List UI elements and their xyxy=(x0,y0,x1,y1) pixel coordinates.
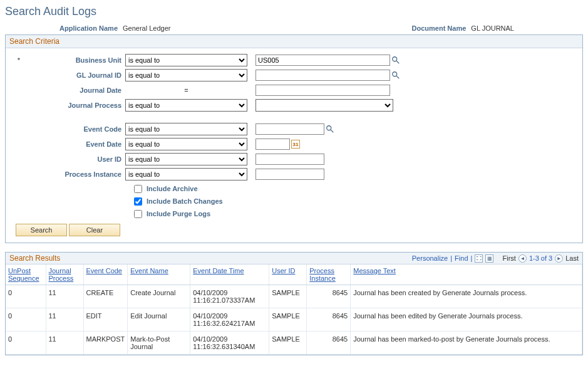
input-event-code[interactable] xyxy=(255,123,324,135)
col-message[interactable]: Message Text xyxy=(351,264,582,285)
cell-event-name: Create Journal xyxy=(128,285,190,308)
lookup-icon[interactable] xyxy=(391,56,400,65)
table-row: 011MARKPOSTMark-to-Post Journal04/10/200… xyxy=(6,332,582,355)
svg-point-0 xyxy=(393,57,397,61)
input-journal-date[interactable] xyxy=(255,85,390,96)
cell-event-code: MARKPOST xyxy=(83,332,128,355)
search-criteria-group: Search Criteria * Business Unit is equal… xyxy=(5,34,583,243)
cell-user-id: SAMPLE xyxy=(269,332,307,355)
select-journal-process[interactable] xyxy=(255,99,393,112)
table-row: 011EDITEdit Journal04/10/2009 11:16:32.6… xyxy=(6,308,582,332)
first-label[interactable]: First xyxy=(503,254,516,262)
label-process-instance: Process Instance xyxy=(28,170,125,178)
header-row: Application Name General Ledger Document… xyxy=(5,24,583,32)
cell-event-code: EDIT xyxy=(83,308,128,332)
cell-process-instance: 8645 xyxy=(307,285,351,308)
document-name-label: Document Name xyxy=(412,24,472,32)
cell-event-datetime: 04/10/2009 11:16:21.073337AM xyxy=(190,285,269,308)
cell-event-code: CREATE xyxy=(83,285,128,308)
col-journal-process[interactable]: Journal Process xyxy=(46,264,83,285)
cell-process-instance: 8645 xyxy=(307,332,351,355)
col-event-code[interactable]: Event Code xyxy=(83,264,128,285)
row-include-batch: Include Batch Changes xyxy=(132,195,579,207)
find-link[interactable]: Find xyxy=(455,254,468,262)
lookup-icon[interactable] xyxy=(391,71,400,80)
search-criteria-title: Search Criteria xyxy=(6,35,582,48)
results-table: UnPost Sequence Journal Process Event Co… xyxy=(6,264,582,355)
label-business-unit: Business Unit xyxy=(28,56,125,64)
row-journal-process: Journal Process is equal to xyxy=(9,98,579,112)
checkbox-include-purge[interactable] xyxy=(134,210,142,218)
cell-user-id: SAMPLE xyxy=(269,308,307,332)
download-icon[interactable]: ▦ xyxy=(485,254,493,263)
personalize-link[interactable]: Personalize xyxy=(412,254,448,262)
application-name-value: General Ledger xyxy=(123,24,170,32)
row-event-code: Event Code is equal to xyxy=(9,122,579,136)
col-process-instance[interactable]: Process Instance xyxy=(307,264,351,285)
input-event-date[interactable] xyxy=(255,139,290,150)
col-event-datetime[interactable]: Event Date Time xyxy=(190,264,269,285)
required-marker: * xyxy=(9,56,28,64)
label-include-archive: Include Archive xyxy=(147,185,198,192)
search-results-group: Search Results Personalize | Find | ⛶ ▦ … xyxy=(5,252,583,355)
label-event-code: Event Code xyxy=(28,125,125,133)
operator-business-unit[interactable]: is equal to xyxy=(125,54,247,66)
last-label[interactable]: Last xyxy=(565,254,579,262)
checkbox-include-archive[interactable] xyxy=(134,185,142,193)
prev-icon[interactable]: ◄ xyxy=(518,254,527,263)
cell-unpost: 0 xyxy=(6,332,46,355)
operator-journal-process[interactable]: is equal to xyxy=(125,99,247,112)
input-process-instance[interactable] xyxy=(255,169,324,180)
application-name-label: Application Name xyxy=(5,24,123,32)
journal-date-eq-symbol: = xyxy=(125,86,247,94)
svg-line-5 xyxy=(331,130,333,132)
label-gl-journal-id: GL Journal ID xyxy=(28,71,125,79)
row-include-archive: Include Archive xyxy=(132,182,579,195)
cell-unpost: 0 xyxy=(6,285,46,308)
cell-message: Journal has been created by Generate Jou… xyxy=(351,285,582,308)
lookup-icon[interactable] xyxy=(326,125,334,133)
row-process-instance: Process Instance is equal to xyxy=(9,167,579,181)
clear-button[interactable]: Clear xyxy=(69,224,120,236)
label-journal-date: Journal Date xyxy=(28,86,125,94)
input-user-id[interactable] xyxy=(255,154,324,165)
input-gl-journal-id[interactable] xyxy=(255,70,390,81)
col-user-id[interactable]: User ID xyxy=(269,264,307,285)
col-event-name[interactable]: Event Name xyxy=(128,264,190,285)
results-range[interactable]: 1-3 of 3 xyxy=(529,254,552,262)
cell-event-name: Edit Journal xyxy=(128,308,190,332)
page-title: Search Audit Logs xyxy=(5,5,583,18)
calendar-icon[interactable]: 31 xyxy=(291,140,300,149)
operator-event-code[interactable]: is equal to xyxy=(125,123,247,135)
operator-gl-journal-id[interactable]: is equal to xyxy=(125,69,247,81)
cell-process-instance: 8645 xyxy=(307,308,351,332)
document-name-value: GL JOURNAL xyxy=(471,24,514,32)
operator-user-id[interactable]: is equal to xyxy=(125,153,247,165)
zoom-icon[interactable]: ⛶ xyxy=(475,254,483,263)
search-button[interactable]: Search xyxy=(16,224,67,236)
checkbox-include-batch[interactable] xyxy=(134,197,142,206)
cell-unpost: 0 xyxy=(6,308,46,332)
row-user-id: User ID is equal to xyxy=(9,152,579,166)
label-include-purge: Include Purge Logs xyxy=(147,210,210,217)
cell-journal-process: 11 xyxy=(46,332,83,355)
search-results-title: Search Results xyxy=(9,254,60,263)
cell-message: Journal has been marked-to-post by Gener… xyxy=(351,332,582,355)
svg-line-3 xyxy=(396,76,399,78)
cell-message: Journal has been edited by Generate Jour… xyxy=(351,308,582,332)
label-journal-process: Journal Process xyxy=(28,102,125,109)
operator-process-instance[interactable]: is equal to xyxy=(125,168,247,180)
input-business-unit[interactable] xyxy=(255,55,390,66)
row-event-date: Event Date is equal to 31 xyxy=(9,137,579,151)
label-user-id: User ID xyxy=(28,155,125,163)
results-toolbar: Personalize | Find | ⛶ ▦ First ◄ 1-3 of … xyxy=(412,254,579,263)
table-row: 011CREATECreate Journal04/10/2009 11:16:… xyxy=(6,285,582,308)
label-include-batch: Include Batch Changes xyxy=(147,197,223,205)
operator-event-date[interactable]: is equal to xyxy=(125,138,247,150)
row-journal-date: Journal Date = xyxy=(9,83,579,97)
next-icon[interactable]: ► xyxy=(555,254,563,263)
cell-event-datetime: 04/10/2009 11:16:32.631340AM xyxy=(190,332,269,355)
col-unpost[interactable]: UnPost Sequence xyxy=(6,264,46,285)
row-gl-journal-id: GL Journal ID is equal to xyxy=(9,68,579,82)
label-event-date: Event Date xyxy=(28,140,125,148)
